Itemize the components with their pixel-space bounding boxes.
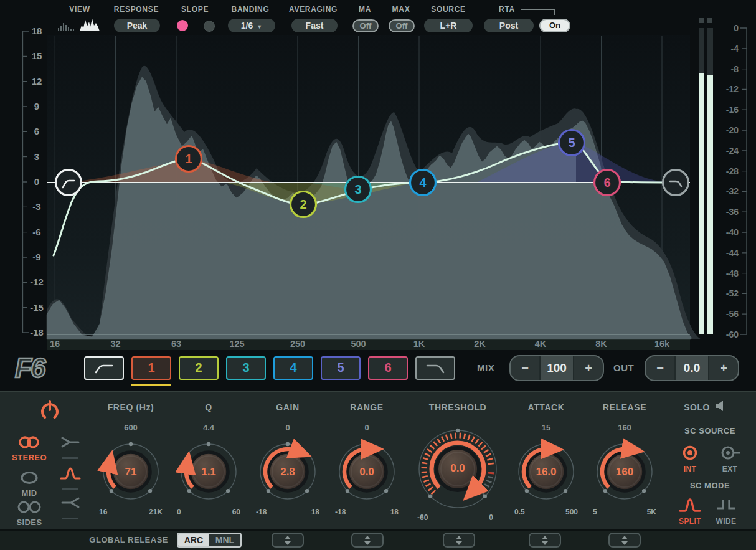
band-marker-4[interactable]: 4 bbox=[410, 170, 436, 196]
band-marker-3[interactable]: 3 bbox=[346, 177, 371, 202]
speaker-icon[interactable] bbox=[715, 400, 727, 412]
slope-dot-inactive[interactable] bbox=[204, 21, 215, 32]
release-fine-stepper[interactable] bbox=[608, 533, 641, 548]
band-marker-5[interactable]: 5 bbox=[559, 130, 585, 156]
mix-label: MIX bbox=[477, 363, 494, 373]
release-min: 5 bbox=[593, 508, 597, 516]
gain-knob[interactable]: 2.8 -1818 bbox=[253, 437, 322, 519]
band-marker-1[interactable]: 1 bbox=[176, 146, 202, 172]
svg-text:3: 3 bbox=[34, 151, 39, 162]
sc-mode-split-icon[interactable] bbox=[679, 497, 701, 513]
svg-text:-28: -28 bbox=[726, 166, 739, 176]
sc-mode-wide-icon[interactable] bbox=[716, 498, 737, 511]
q-label: Q bbox=[205, 402, 212, 412]
svg-text:-16: -16 bbox=[726, 105, 739, 115]
mid-icon[interactable] bbox=[18, 471, 40, 485]
lpf-marker[interactable] bbox=[663, 170, 689, 196]
band-button-6[interactable]: 6 bbox=[368, 356, 408, 380]
stereo-icon[interactable] bbox=[17, 435, 42, 449]
release-knob[interactable]: 160 55K bbox=[590, 437, 659, 519]
svg-text:4K: 4K bbox=[535, 339, 547, 349]
wide-label[interactable]: WIDE bbox=[716, 517, 737, 526]
sc-source-ext-icon[interactable] bbox=[720, 445, 741, 461]
banding-select[interactable]: 1/6▼ bbox=[228, 19, 275, 32]
hpf-marker[interactable] bbox=[56, 170, 82, 196]
svg-text:-12: -12 bbox=[30, 277, 44, 287]
range-max: 18 bbox=[390, 508, 399, 516]
band-button-3[interactable]: 3 bbox=[226, 356, 266, 380]
range-knob[interactable]: 0.0 -1818 bbox=[333, 437, 401, 519]
slope-dot-active[interactable] bbox=[177, 20, 188, 31]
banding-label: BANDING bbox=[232, 5, 270, 14]
band-button-2[interactable]: 2 bbox=[179, 356, 219, 380]
attack-fine-stepper[interactable] bbox=[529, 533, 561, 548]
stereo-label[interactable]: STEREO bbox=[12, 453, 47, 462]
mix-value[interactable]: 100 bbox=[539, 356, 574, 380]
band-marker-6[interactable]: 6 bbox=[595, 170, 620, 196]
f6-plugin-window: 18 15 12 9 6 3 0 -3 -6 -9 -12 -15 -18 16… bbox=[0, 0, 756, 550]
release-max: 5K bbox=[647, 508, 656, 516]
range-fine-stepper[interactable] bbox=[351, 533, 384, 548]
out-increment-button[interactable]: + bbox=[709, 356, 738, 380]
stepper-down-icon bbox=[285, 541, 291, 545]
hpf-band-button[interactable] bbox=[84, 356, 124, 380]
svg-text:16k: 16k bbox=[654, 339, 670, 349]
rta-bracket-line bbox=[521, 9, 555, 15]
band-marker-2[interactable]: 2 bbox=[291, 192, 316, 217]
source-button[interactable]: L+R bbox=[424, 19, 473, 32]
band-button-4[interactable]: 4 bbox=[273, 356, 313, 380]
freq-label: FREQ (Hz) bbox=[108, 402, 154, 412]
mix-increment-button[interactable]: + bbox=[574, 356, 603, 380]
band-power-button[interactable] bbox=[39, 399, 60, 422]
threshold-fine-stepper[interactable] bbox=[443, 533, 475, 548]
analyzer-fill-view-icon[interactable] bbox=[79, 17, 100, 32]
low-shelf-filter-icon[interactable] bbox=[60, 435, 80, 449]
int-label[interactable]: INT bbox=[684, 465, 697, 473]
arc-option[interactable]: ARC bbox=[178, 534, 209, 546]
freq-value: 71 bbox=[97, 466, 165, 478]
out-decrement-button[interactable]: − bbox=[646, 356, 674, 380]
meter-bar-right bbox=[707, 75, 713, 334]
sides-icon[interactable] bbox=[17, 500, 42, 514]
rta-post-button[interactable]: Post bbox=[484, 19, 534, 32]
svg-text:-40: -40 bbox=[726, 227, 739, 237]
high-shelf-filter-icon[interactable] bbox=[60, 496, 80, 510]
max-toggle[interactable]: Off bbox=[389, 19, 415, 32]
attack-global-value: 15 bbox=[542, 423, 550, 432]
mid-label[interactable]: MID bbox=[21, 488, 37, 498]
slope-label: SLOPE bbox=[181, 5, 209, 14]
svg-text:-60: -60 bbox=[726, 330, 739, 339]
svg-text:-48: -48 bbox=[726, 268, 739, 278]
attack-label: ATTACK bbox=[527, 402, 564, 412]
bell-filter-icon[interactable] bbox=[60, 466, 81, 481]
svg-text:-6: -6 bbox=[32, 227, 40, 237]
averaging-button[interactable]: Fast bbox=[291, 19, 338, 32]
stepper-up-icon bbox=[364, 536, 371, 539]
mix-decrement-button[interactable]: − bbox=[511, 356, 539, 380]
threshold-knob[interactable]: 0.0 -60 0 bbox=[411, 422, 504, 522]
rta-on-toggle[interactable]: On bbox=[539, 19, 570, 32]
q-knob[interactable]: 1.1 060 bbox=[174, 437, 243, 519]
svg-text:18: 18 bbox=[32, 26, 42, 36]
svg-text:3: 3 bbox=[354, 183, 361, 196]
band-button-5[interactable]: 5 bbox=[321, 356, 361, 380]
svg-text:8K: 8K bbox=[595, 339, 607, 349]
out-value[interactable]: 0.0 bbox=[674, 356, 709, 380]
gain-fine-stepper[interactable] bbox=[272, 533, 304, 548]
response-mode-button[interactable]: Peak bbox=[114, 19, 160, 32]
svg-text:-56: -56 bbox=[726, 309, 739, 319]
averaging-label: AVERAGING bbox=[289, 5, 338, 14]
sc-source-int-icon[interactable] bbox=[681, 444, 699, 462]
analyzer-lines-view-icon[interactable] bbox=[58, 21, 74, 31]
lpf-band-button[interactable] bbox=[415, 356, 455, 380]
freq-knob[interactable]: 71 1621K bbox=[97, 437, 165, 519]
sides-label[interactable]: SIDES bbox=[16, 518, 42, 527]
threshold-label: THRESHOLD bbox=[429, 402, 487, 412]
solo-label: SOLO bbox=[684, 402, 710, 412]
attack-knob[interactable]: 16.0 0.5500 bbox=[512, 437, 580, 519]
ext-label[interactable]: EXT bbox=[722, 465, 738, 473]
ma-toggle[interactable]: Off bbox=[352, 19, 379, 32]
split-label[interactable]: SPLIT bbox=[679, 517, 701, 526]
band-button-1[interactable]: 1 bbox=[131, 356, 171, 380]
mnl-option[interactable]: MNL bbox=[209, 534, 240, 546]
